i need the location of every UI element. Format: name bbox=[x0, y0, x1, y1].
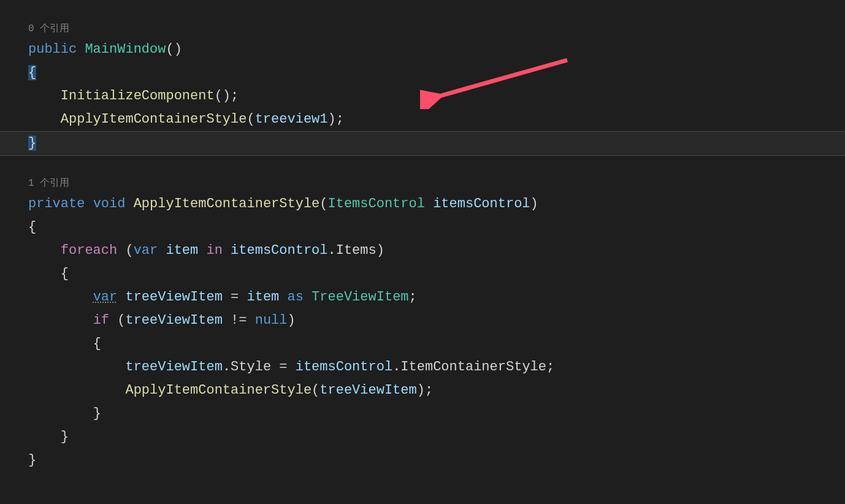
open-brace: { bbox=[28, 65, 36, 80]
code-line[interactable]: } bbox=[28, 449, 845, 472]
type-treeviewitem: TreeViewItem bbox=[312, 289, 408, 305]
open-brace: { bbox=[93, 336, 101, 351]
code-line[interactable]: } bbox=[28, 426, 845, 449]
codelens-references-0[interactable]: 0 个引用 bbox=[28, 20, 845, 38]
close-brace: } bbox=[28, 452, 36, 468]
prop-style: Style bbox=[231, 359, 271, 375]
method-applyitemcontainerstyle-call: ApplyItemContainerStyle bbox=[125, 383, 312, 398]
method-initializecomponent: InitializeComponent bbox=[61, 88, 215, 104]
keyword-foreach: foreach bbox=[61, 243, 117, 258]
ident-treeview1: treeview1 bbox=[255, 112, 328, 127]
code-line[interactable]: private void ApplyItemContainerStyle(Ite… bbox=[28, 193, 845, 216]
keyword-private: private bbox=[28, 196, 85, 212]
code-line[interactable]: treeViewItem.Style = itemsControl.ItemCo… bbox=[28, 356, 845, 379]
code-line[interactable]: { bbox=[28, 61, 845, 85]
code-line[interactable]: ApplyItemContainerStyle(treeViewItem); bbox=[28, 379, 845, 402]
close-brace: } bbox=[61, 429, 69, 445]
code-line[interactable]: foreach (var item in itemsControl.Items) bbox=[28, 239, 845, 262]
prop-itemcontainerstyle: ItemContainerStyle bbox=[400, 359, 546, 375]
close-brace: } bbox=[93, 406, 101, 421]
code-line[interactable]: } bbox=[28, 402, 845, 426]
open-brace: { bbox=[61, 266, 69, 281]
code-line[interactable]: { bbox=[28, 262, 845, 286]
keyword-var: var bbox=[93, 289, 118, 305]
codelens-references-1[interactable]: 1 个引用 bbox=[28, 174, 845, 193]
code-line[interactable]: { bbox=[28, 216, 845, 239]
type-mainwindow: MainWindow bbox=[85, 42, 166, 57]
keyword-if: if bbox=[93, 313, 109, 328]
keyword-void: void bbox=[93, 196, 126, 212]
keyword-var: var bbox=[134, 243, 158, 258]
method-applyitemcontainerstyle: ApplyItemContainerStyle bbox=[61, 112, 247, 127]
code-line[interactable]: ApplyItemContainerStyle(treeview1); bbox=[28, 108, 845, 131]
code-line[interactable]: var treeViewItem = item as TreeViewItem; bbox=[28, 286, 845, 309]
code-editor[interactable]: 0 个引用 public MainWindow() { InitializeCo… bbox=[0, 0, 845, 472]
ident-item: item bbox=[166, 243, 198, 258]
code-line[interactable]: { bbox=[28, 332, 845, 356]
blank-line bbox=[28, 156, 845, 174]
code-line-highlighted[interactable]: } bbox=[0, 131, 845, 156]
keyword-public: public bbox=[28, 42, 77, 57]
code-line[interactable]: if (treeViewItem != null) bbox=[28, 309, 845, 332]
keyword-null: null bbox=[255, 313, 288, 328]
method-applyitemcontainerstyle-decl: ApplyItemContainerStyle bbox=[134, 196, 320, 212]
open-brace: { bbox=[28, 220, 36, 235]
param-itemscontrol: itemsControl bbox=[433, 196, 530, 212]
type-itemscontrol: ItemsControl bbox=[328, 196, 425, 212]
code-line[interactable]: InitializeComponent(); bbox=[28, 85, 845, 108]
keyword-in: in bbox=[206, 243, 222, 258]
keyword-as: as bbox=[288, 289, 304, 305]
prop-items: Items bbox=[336, 243, 377, 258]
code-line[interactable]: public MainWindow() bbox=[28, 38, 845, 61]
close-brace: } bbox=[28, 136, 36, 151]
ident-treeviewitem: treeViewItem bbox=[125, 289, 222, 305]
